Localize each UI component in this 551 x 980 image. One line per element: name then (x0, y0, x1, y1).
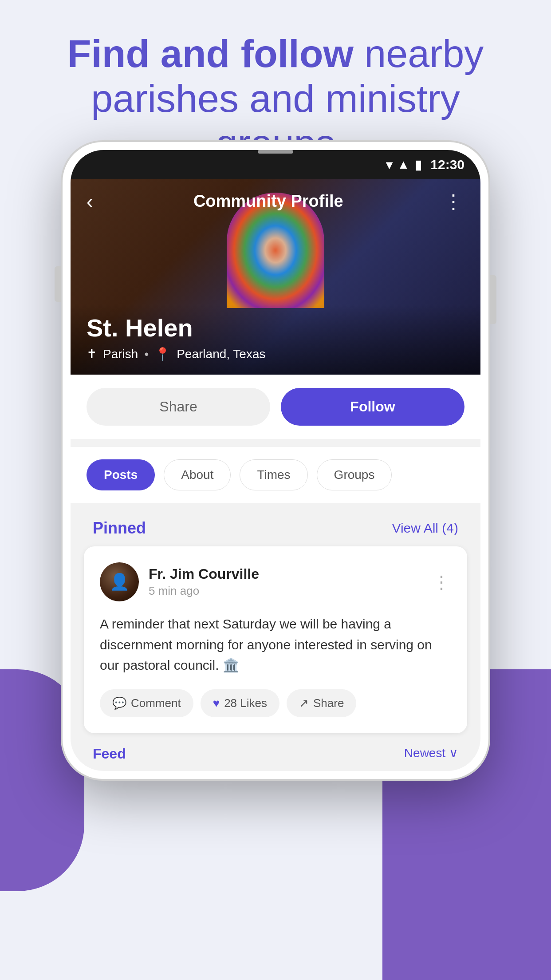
share-label: Share (313, 696, 344, 710)
post-author: 👤 Fr. Jim Courville 5 min ago (100, 562, 259, 601)
phone-notch (258, 150, 293, 154)
screen-title: Community Profile (193, 192, 343, 211)
back-button[interactable]: ‹ (87, 190, 93, 213)
phone-frame: ▾ ▲ ▮ 12:30 ‹ Community Profile ⋮ (63, 142, 488, 779)
church-name: St. Helen (87, 313, 464, 342)
pinned-label: Pinned (93, 519, 146, 537)
feed-label: Feed (93, 746, 126, 762)
hero-bold: Find and follow (67, 32, 354, 75)
author-info: Fr. Jim Courville 5 min ago (149, 566, 259, 598)
app-bar: ‹ Community Profile ⋮ (71, 179, 480, 223)
wifi-icon: ▾ (386, 158, 392, 172)
share-button[interactable]: Share (87, 388, 270, 426)
likes-label: 28 Likes (224, 696, 267, 710)
author-name: Fr. Jim Courville (149, 566, 259, 582)
share-post-button[interactable]: ↗ Share (287, 689, 356, 717)
church-cover: ‹ Community Profile ⋮ St. Helen ✝ Parish… (71, 179, 480, 375)
tab-about[interactable]: About (164, 459, 231, 490)
avatar-image: 👤 (100, 562, 139, 601)
post-more-button[interactable]: ⋮ (433, 572, 451, 592)
comment-label: Comment (131, 696, 181, 710)
comment-button[interactable]: 💬 Comment (100, 689, 193, 717)
pinned-section-header: Pinned View All (4) (71, 503, 480, 546)
church-meta: ✝ Parish • 📍 Pearland, Texas (87, 347, 464, 361)
post-header: 👤 Fr. Jim Courville 5 min ago ⋮ (100, 562, 451, 601)
phone-screen: ▾ ▲ ▮ 12:30 ‹ Community Profile ⋮ (71, 150, 480, 771)
likes-button[interactable]: ♥ 28 Likes (201, 689, 279, 717)
follow-button[interactable]: Follow (281, 388, 464, 426)
tab-times[interactable]: Times (240, 459, 307, 490)
more-menu-button[interactable]: ⋮ (444, 190, 464, 213)
view-all-button[interactable]: View All (4) (392, 521, 458, 536)
signal-icon: ▲ (398, 158, 410, 172)
post-actions: 💬 Comment ♥ 28 Likes ↗ Share (100, 689, 451, 717)
hero-light: nearby (354, 32, 484, 75)
comment-icon: 💬 (112, 696, 126, 710)
church-location: Pearland, Texas (177, 347, 265, 361)
avatar: 👤 (100, 562, 139, 601)
share-icon: ↗ (299, 696, 309, 710)
status-icons: ▾ ▲ ▮ 12:30 (386, 157, 464, 172)
tab-groups[interactable]: Groups (317, 459, 392, 490)
phone-mockup: ▾ ▲ ▮ 12:30 ‹ Community Profile ⋮ (63, 142, 488, 779)
status-bar: ▾ ▲ ▮ 12:30 (71, 150, 480, 179)
profile-card: Share Follow (71, 375, 480, 439)
meta-dot: • (144, 347, 149, 361)
sort-button[interactable]: Newest ∨ (404, 746, 458, 762)
battery-icon: ▮ (415, 158, 421, 172)
post-card: 👤 Fr. Jim Courville 5 min ago ⋮ A remind… (84, 546, 467, 733)
tabs-section: Posts About Times Groups (71, 447, 480, 503)
feed-header: Feed Newest ∨ (71, 733, 480, 771)
location-icon: 📍 (155, 347, 170, 361)
post-body: A reminder that next Saturday we will be… (100, 614, 451, 676)
church-info-overlay: St. Helen ✝ Parish • 📍 Pearland, Texas (71, 304, 480, 375)
post-timestamp: 5 min ago (149, 584, 259, 598)
heart-icon: ♥ (213, 696, 220, 710)
status-time: 12:30 (430, 157, 464, 172)
parish-type-icon: ✝ (87, 347, 97, 361)
parish-type-label: Parish (103, 347, 138, 361)
tab-posts[interactable]: Posts (87, 459, 155, 490)
